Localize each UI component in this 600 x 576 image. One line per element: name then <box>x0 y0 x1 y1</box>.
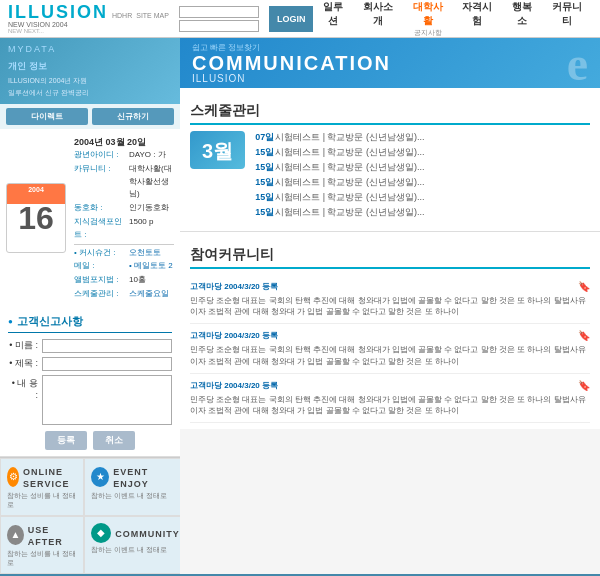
schedule-item-3: 15일 시험테스트 | 학교방문 (신년남생일)... <box>255 176 590 189</box>
member-btn-direct[interactable]: 다이렉트 <box>6 108 88 125</box>
nav-item-happiness[interactable]: 행복소 <box>502 0 542 38</box>
mydata-desc-1: ILLUSION의 2004년 자원 <box>8 76 172 86</box>
month-label: 3월 <box>202 140 233 162</box>
logo-hdhr: HDHR <box>112 12 132 19</box>
nav-item-community[interactable]: 커뮤니티 <box>542 0 592 38</box>
profile-extra-2: 앨범포지법 : 10홀 <box>74 274 174 287</box>
site-logo: ILLUSION <box>8 3 108 21</box>
profile-extra-3: 스케줄관리 : 스케줄요일 <box>74 288 174 301</box>
schedule-header: 3월 07일 시험테스트 | 학교방문 (신년남생일)... 15일 시험테스트… <box>190 131 590 221</box>
nav-item-selftest[interactable]: 자격시험 <box>453 0 503 38</box>
comm-banner: 쉽고 빠른 정보찾기 COMMUNICATION ILLUSION e <box>180 38 600 88</box>
post-icon-2: 🔖 <box>578 380 590 391</box>
logo-sitemap[interactable]: SITE MAP <box>136 12 169 19</box>
services-grid: ⚙ ONLINE SERVICE 참하는 성비를 내 정태로 ★ EVENT E… <box>0 457 180 574</box>
profile-item-1: 카뮤니티 : 대학사활(대학사활선생님) <box>74 163 174 201</box>
schedule-section: 스케줄관리 3월 07일 시험테스트 | 학교방문 (신년남생일)... 15일… <box>180 88 600 232</box>
service-community-desc: 참하는 이벤트 내 정태로 <box>91 545 167 554</box>
community-post-2: 고객마당 2004/3/20 등록 🔖 민주당 조순형 대표는 국회의 탄핵 추… <box>190 374 590 423</box>
service-useafter-desc: 참하는 성비를 내 정태로 <box>7 549 77 567</box>
form-content-input[interactable] <box>42 375 172 425</box>
service-event-title: EVENT ENJOY <box>113 467 149 489</box>
post-tag-2: 고객마당 2004/3/20 등록 <box>190 380 278 391</box>
logo-area: ILLUSION HDHR SITE MAP NEW VISION 2004 N… <box>8 3 169 34</box>
form-row-name: • 미름 : <box>8 339 172 353</box>
service-online-desc: 참하는 성비를 내 정태로 <box>7 491 77 509</box>
form-title-input[interactable] <box>42 357 172 371</box>
left-sidebar: MYDATA 개인 정보 ILLUSION의 2004년 자원 일루션에서 신규… <box>0 38 180 574</box>
community-heading: 참여커뮤니티 <box>190 246 590 269</box>
cal-year: 2004 <box>28 186 44 193</box>
service-community-title: COMMUNITY <box>115 529 180 539</box>
profile-item-3: 지식검색포인트 : 1500 p <box>74 216 174 242</box>
form-cancel-button[interactable]: 취소 <box>93 431 135 450</box>
service-online-icon: ⚙ <box>7 467 19 487</box>
profile-date: 2004년 03월 20일 <box>74 135 174 149</box>
community-post-1: 고객마당 2004/3/20 등록 🔖 민주당 조순형 대표는 국회의 탄핵 추… <box>190 324 590 373</box>
post-tag-0: 고객마당 2004/3/20 등록 <box>190 281 278 292</box>
comm-ie-icon: e <box>567 36 588 91</box>
form-row-content: • 내 용 : <box>8 375 172 425</box>
profile-item-2: 동호화 : 인기동호화 <box>74 202 174 215</box>
schedule-item-5: 15일 시험테스트 | 학교방문 (신년남생일)... <box>255 206 590 219</box>
service-use-after[interactable]: ▲ USE AFTER 참하는 성비를 내 정태로 <box>0 516 84 574</box>
profile-extra-0: • 커시슈건 : 오천토토 <box>74 247 174 260</box>
service-event[interactable]: ★ EVENT ENJOY 참하는 이벤트 내 정태로 <box>84 458 187 516</box>
month-block: 3월 <box>190 131 245 169</box>
profile-item-0: 광년아이디 : DAYO : 가 <box>74 149 174 162</box>
service-online[interactable]: ⚙ ONLINE SERVICE 참하는 성비를 내 정태로 <box>0 458 84 516</box>
site-header: ILLUSION HDHR SITE MAP NEW VISION 2004 N… <box>0 0 600 38</box>
calendar-info: 2004년 03월 20일 광년아이디 : DAYO : 가 카뮤니티 : 대학… <box>74 135 174 302</box>
schedule-item-0: 07일 시험테스트 | 학교방문 (신년남생일)... <box>255 131 590 144</box>
login-area <box>179 6 259 32</box>
schedule-item-4: 15일 시험테스트 | 학교방문 (신년남생일)... <box>255 191 590 204</box>
service-online-title: ONLINE SERVICE <box>23 467 69 489</box>
member-btn-new[interactable]: 신규하기 <box>92 108 174 125</box>
service-event-icon: ★ <box>91 467 109 487</box>
logo-tagline: NEW NEXT... <box>8 28 169 34</box>
form-submit-button[interactable]: 등록 <box>45 431 87 450</box>
nav-item-college[interactable]: 대학사활 공지사항 <box>403 0 453 38</box>
main-wrap: MYDATA 개인 정보 ILLUSION의 2004년 자원 일루션에서 신규… <box>0 38 600 574</box>
form-content-label: • 내 용 : <box>8 377 38 400</box>
login-pw-input[interactable] <box>179 20 259 32</box>
cal-day: 16 <box>18 202 54 234</box>
schedule-item-1: 15일 시험테스트 | 학교방문 (신년남생일)... <box>255 146 590 159</box>
post-body-1: 민주당 조순형 대표는 국회의 탄핵 추진에 대해 청와대가 입법에 골몰할 수… <box>190 344 590 366</box>
community-post-0: 고객마당 2004/3/20 등록 🔖 민주당 조순형 대표는 국회의 탄핵 추… <box>190 275 590 324</box>
post-tag-1: 고객마당 2004/3/20 등록 <box>190 330 278 341</box>
form-name-input[interactable] <box>42 339 172 353</box>
customer-section-title: 고객신고사항 <box>8 314 172 333</box>
post-icon-1: 🔖 <box>578 330 590 341</box>
calendar-icon: 2004 16 <box>6 183 66 253</box>
comm-title: COMMUNICATION <box>192 53 391 73</box>
form-name-label: • 미름 : <box>8 339 38 352</box>
service-event-desc: 참하는 이벤트 내 정태로 <box>91 491 167 500</box>
mydata-desc-2: 일루션에서 신규 완벽공리 <box>8 88 172 98</box>
service-community[interactable]: ◆ COMMUNITY 참하는 이벤트 내 정태로 <box>84 516 187 574</box>
form-buttons: 등록 취소 <box>8 431 172 450</box>
form-row-title: • 제목 : <box>8 357 172 371</box>
login-id-input[interactable] <box>179 6 259 18</box>
mydata-label: MYDATA <box>8 44 172 54</box>
calendar-area: 2004 16 2004년 03월 20일 광년아이디 : DAYO : 가 카… <box>0 129 180 308</box>
mydata-banner: MYDATA 개인 정보 ILLUSION의 2004년 자원 일루션에서 신규… <box>0 38 180 104</box>
nav-item-company[interactable]: 회사소개 <box>354 0 404 38</box>
comm-brand: ILLUSION <box>192 73 391 84</box>
member-buttons: 다이렉트 신규하기 <box>0 104 180 129</box>
post-body-0: 민주당 조순형 대표는 국회의 탄핵 추진에 대해 청와대가 입법에 골몰할 수… <box>190 295 590 317</box>
community-section: 참여커뮤니티 고객마당 2004/3/20 등록 🔖 민주당 조순형 대표는 국… <box>180 232 600 429</box>
schedule-list: 07일 시험테스트 | 학교방문 (신년남생일)... 15일 시험테스트 | … <box>255 131 590 221</box>
profile-extra-1: 메일 : • 메일토토 2 <box>74 260 174 273</box>
service-useafter-title: USE AFTER <box>28 525 63 547</box>
schedule-heading: 스케줄관리 <box>190 102 590 125</box>
service-community-icon: ◆ <box>91 523 111 543</box>
top-nav: 일루션 회사소개 대학사활 공지사항 자격시험 행복소 커뮤니티 <box>313 0 592 38</box>
post-icon-0: 🔖 <box>578 281 590 292</box>
service-useafter-icon: ▲ <box>7 525 24 545</box>
login-button[interactable]: LOGIN <box>269 6 314 32</box>
customer-section: 고객신고사항 • 미름 : • 제목 : • 내 용 : 등록 취소 <box>0 308 180 457</box>
logo-new: NEW VISION 2004 <box>8 21 169 28</box>
nav-item-home[interactable]: 일루션 <box>313 0 353 38</box>
form-title-label: • 제목 : <box>8 357 38 370</box>
